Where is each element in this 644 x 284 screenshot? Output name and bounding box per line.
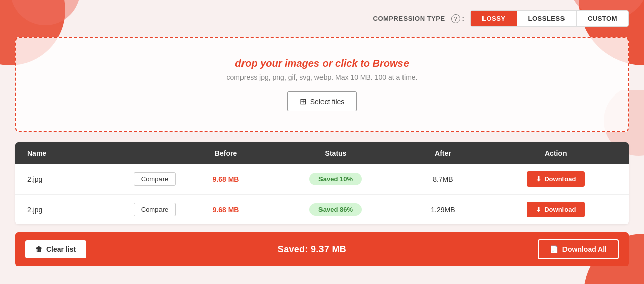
cell-status-0: Saved 10% <box>268 164 403 195</box>
help-icon: ? <box>451 14 460 23</box>
cell-after-1: 1.29MB <box>403 195 482 225</box>
cell-before-1: 9.68 MB <box>184 195 268 225</box>
compare-button-0[interactable]: Compare <box>134 172 176 186</box>
download-icon-0: ⬇ <box>536 175 541 183</box>
cell-name-0: 2.jpg Compare <box>15 164 184 195</box>
lossy-button[interactable]: LOSSY <box>471 11 517 26</box>
clear-list-button[interactable]: 🗑 Clear list <box>25 240 86 258</box>
cell-after-0: 8.7MB <box>403 164 482 195</box>
col-action: Action <box>483 142 629 164</box>
select-files-label: Select files <box>310 98 345 106</box>
download-label-0: Download <box>544 175 576 183</box>
after-size-0: 8.7MB <box>433 175 453 183</box>
col-name: Name <box>15 142 184 164</box>
download-all-button[interactable]: 📄 Download All <box>538 239 619 259</box>
header-bar: COMPRESSION TYPE ? : LOSSY LOSSLESS CUST… <box>15 10 629 27</box>
clear-icon: 🗑 <box>35 245 42 253</box>
compare-button-1[interactable]: Compare <box>134 203 176 216</box>
file-table: Name Before Status After Action 2.jpg Co… <box>15 142 629 224</box>
custom-button[interactable]: CUSTOM <box>577 11 628 26</box>
footer-bar: 🗑 Clear list Saved: 9.37 MB 📄 Download A… <box>15 232 629 266</box>
lossless-button[interactable]: LOSSLESS <box>517 11 577 26</box>
download-button-0[interactable]: ⬇ Download <box>527 171 585 187</box>
before-size-0: 9.68 MB <box>213 175 239 183</box>
status-badge-0: Saved 10% <box>309 173 362 185</box>
drop-zone-subtitle: compress jpg, png, gif, svg, webp. Max 1… <box>26 73 618 81</box>
select-files-icon: ⊞ <box>300 97 306 106</box>
cell-action-0: ⬇ Download <box>483 164 629 195</box>
drop-zone-title: drop your images or click to Browse <box>26 58 618 69</box>
clear-list-label: Clear list <box>46 245 76 253</box>
cell-name-1: 2.jpg Compare <box>15 195 184 225</box>
download-icon-1: ⬇ <box>536 206 541 213</box>
col-after: After <box>403 142 482 164</box>
table-row: 2.jpg Compare 9.68 MB Saved 86% 1.29MB ⬇… <box>15 195 629 225</box>
select-files-button[interactable]: ⊞ Select files <box>287 91 357 111</box>
compression-label: COMPRESSION TYPE <box>373 15 445 22</box>
table-row: 2.jpg Compare 9.68 MB Saved 10% 8.7MB ⬇ … <box>15 164 629 195</box>
cell-action-1: ⬇ Download <box>483 195 629 225</box>
saved-text: Saved: 9.37 MB <box>278 244 346 255</box>
download-all-label: Download All <box>562 245 607 253</box>
drop-zone[interactable]: drop your images or click to Browse comp… <box>15 37 629 132</box>
compression-type-selector: LOSSY LOSSLESS CUSTOM <box>470 10 629 27</box>
cell-before-0: 9.68 MB <box>184 164 268 195</box>
col-before: Before <box>184 142 268 164</box>
table-header-row: Name Before Status After Action <box>15 142 629 164</box>
file-name-0: 2.jpg <box>27 175 126 183</box>
download-label-1: Download <box>544 206 576 213</box>
status-badge-1: Saved 86% <box>309 203 362 216</box>
after-size-1: 1.29MB <box>431 206 455 214</box>
download-all-icon: 📄 <box>550 245 558 253</box>
col-status: Status <box>268 142 403 164</box>
download-button-1[interactable]: ⬇ Download <box>527 202 585 217</box>
before-size-1: 9.68 MB <box>213 206 239 214</box>
cell-status-1: Saved 86% <box>268 195 403 225</box>
file-name-1: 2.jpg <box>27 206 126 214</box>
